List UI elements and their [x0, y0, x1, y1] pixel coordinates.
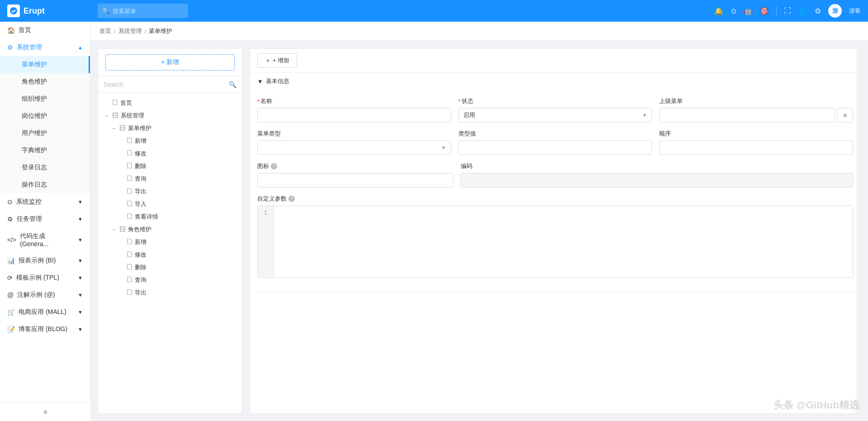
sidebar-item-org[interactable]: 组织维护: [0, 90, 90, 108]
main-layout: 🏠 首页 ⚙ 系统管理 ▲ 菜单维护 角色维护 组织维护 岗位维护 用户维护: [0, 22, 868, 421]
custom-params-textarea[interactable]: [274, 206, 853, 277]
sidebar-group-ecommerce[interactable]: 🛒 电商应用 (MALL) ▼: [0, 304, 90, 321]
custom-params-wrapper: 1: [257, 206, 853, 278]
tree-node-icon: [120, 226, 125, 233]
tree-node[interactable]: −系统管理: [98, 109, 242, 122]
sidebar-item-op-log[interactable]: 操作日志: [0, 176, 90, 193]
tree-node-label: 查看详情: [135, 213, 158, 221]
type-value-input[interactable]: [458, 140, 652, 155]
tree-node[interactable]: 查询: [98, 173, 242, 185]
tree-node-label: 新增: [135, 137, 146, 145]
code-input[interactable]: [461, 173, 853, 187]
section-header-basic[interactable]: ▼ 基本信息: [250, 73, 860, 90]
sidebar-system-children: 菜单维护 角色维护 组织维护 岗位维护 用户维护 字典维护 登录日志 操作日志: [0, 56, 90, 193]
form-toolbar: ＋ + 增加: [250, 49, 860, 73]
logo-icon: [7, 5, 20, 17]
chevron-down-icon-annotation: ▼: [78, 292, 83, 298]
chevron-down-icon-template: ▼: [78, 275, 83, 281]
tree-add-button[interactable]: + 新增: [105, 54, 235, 70]
tree-node-label: 新增: [135, 238, 146, 246]
sidebar-label-op-log: 操作日志: [22, 181, 47, 189]
sidebar-label-org: 组织维护: [22, 95, 47, 103]
sidebar-label-home: 首页: [19, 26, 31, 34]
tree-node-label: 修改: [135, 150, 146, 158]
tree-node[interactable]: 导出: [98, 286, 242, 299]
menu-type-select[interactable]: ▼: [257, 140, 451, 155]
tree-search-input[interactable]: [104, 81, 225, 88]
header-search-box[interactable]: 🔍: [98, 4, 188, 18]
sidebar-item-user[interactable]: 用户维护: [0, 125, 90, 142]
sidebar-group-monitor[interactable]: ⊙ 系统监控 ▼: [0, 193, 90, 210]
icon-input[interactable]: [257, 173, 453, 187]
breadcrumb: 首页 / 系统管理 / 菜单维护: [90, 22, 868, 41]
name-input[interactable]: [257, 108, 451, 122]
template-icon: ⟳: [7, 274, 13, 281]
sidebar-group-system[interactable]: ⚙ 系统管理 ▲: [0, 39, 90, 56]
sidebar-item-menu[interactable]: 菜单维护: [0, 56, 90, 73]
tree-node[interactable]: −菜单维护: [98, 122, 242, 135]
sidebar-item-role[interactable]: 角色维护: [0, 73, 90, 90]
sidebar-item-login-log[interactable]: 登录日志: [0, 159, 90, 176]
status-select[interactable]: 启用 ▼: [458, 108, 652, 122]
tree-node[interactable]: 删除: [98, 160, 242, 173]
tree-node[interactable]: 修改: [98, 147, 242, 160]
tree-node-icon: [127, 150, 132, 157]
user-avatar[interactable]: 游: [828, 4, 842, 18]
header-right: 🔔 ⊙ 🤖 🎯 ⛶ 🌐 ⚙ 游 游客: [714, 4, 861, 18]
target-icon[interactable]: 🎯: [760, 7, 769, 15]
tree-node[interactable]: 修改: [98, 248, 242, 261]
order-label: 顺序: [659, 130, 853, 138]
tree-node[interactable]: 导出: [98, 185, 242, 198]
tree-node[interactable]: 新增: [98, 135, 242, 147]
tree-node-label: 导出: [135, 289, 146, 297]
robot-icon[interactable]: 🤖: [744, 7, 753, 15]
tree-body: 首页−系统管理−菜单维护新增修改删除查询导出导入查看详情−角色维护新增修改删除查…: [98, 93, 242, 413]
sidebar-group-code[interactable]: </> 代码生成 (Genera... ▼: [0, 228, 90, 252]
upper-menu-select-button[interactable]: ≡: [837, 108, 853, 122]
tree-node-icon: [127, 188, 132, 195]
form-panel: ＋ + 增加 ▼ 基本信息 *: [250, 48, 861, 414]
tree-node-icon: [120, 125, 125, 132]
sidebar-item-post[interactable]: 岗位维护: [0, 108, 90, 125]
order-input[interactable]: 2010: [659, 140, 853, 155]
tree-node[interactable]: 查看详情: [98, 210, 242, 223]
sidebar-group-annotation[interactable]: @ 注解示例 (@) ▼: [0, 286, 90, 304]
status-select-arrow: ▼: [642, 112, 647, 118]
sidebar-group-blog[interactable]: 📝 博客应用 (BLOG) ▼: [0, 321, 90, 338]
header-search-input[interactable]: [113, 8, 176, 14]
tree-search-icon: 🔍: [229, 81, 236, 88]
form-scrollbar[interactable]: [857, 49, 860, 413]
tree-node[interactable]: 查询: [98, 274, 242, 286]
sidebar-label-dict: 字典维护: [22, 146, 47, 154]
tree-node[interactable]: −角色维护: [98, 223, 242, 236]
monitor-icon: ⊙: [7, 198, 13, 206]
section-collapse-icon: ▼: [257, 78, 263, 85]
tree-node-label: 修改: [135, 251, 146, 259]
sidebar-group-template[interactable]: ⟳ 模板示例 (TPL) ▼: [0, 269, 90, 286]
tree-node[interactable]: 新增: [98, 236, 242, 248]
sidebar-label-system: 系统管理: [17, 43, 42, 51]
collapse-sidebar-btn[interactable]: ≡: [0, 402, 90, 421]
globe-icon[interactable]: 🌐: [798, 7, 807, 15]
upper-menu-input[interactable]: [659, 108, 835, 122]
form-add-button[interactable]: ＋ + 增加: [257, 53, 297, 68]
sidebar-group-report[interactable]: 📊 报表示例 (BI) ▼: [0, 252, 90, 269]
report-icon: 📊: [7, 257, 15, 264]
breadcrumb-home[interactable]: 首页: [99, 27, 111, 35]
annotation-icon: @: [7, 291, 14, 299]
sidebar-label-monitor: 系统监控: [16, 198, 42, 206]
main-content: + 新增 🔍 首页−系统管理−菜单维护新增修改删除查询导出导入查看详情−角色维护…: [90, 41, 868, 421]
sidebar-item-dict[interactable]: 字典维护: [0, 142, 90, 159]
tree-node[interactable]: 导入: [98, 198, 242, 210]
notification-icon[interactable]: 🔔: [714, 7, 723, 15]
fullscreen-icon[interactable]: ⛶: [784, 7, 791, 15]
github-icon[interactable]: ⊙: [731, 7, 736, 15]
breadcrumb-system[interactable]: 系统管理: [118, 27, 142, 35]
sidebar-group-task[interactable]: ⚙ 任务管理 ▼: [0, 210, 90, 228]
top-header: Erupt 🔍 🔔 ⊙ 🤖 🎯 ⛶ 🌐 ⚙ 游 游客: [0, 0, 868, 22]
sidebar-item-home[interactable]: 🏠 首页: [0, 22, 90, 39]
section-title: 基本信息: [266, 77, 289, 85]
settings-icon[interactable]: ⚙: [815, 7, 821, 15]
tree-node[interactable]: 首页: [98, 97, 242, 109]
tree-node[interactable]: 删除: [98, 261, 242, 274]
